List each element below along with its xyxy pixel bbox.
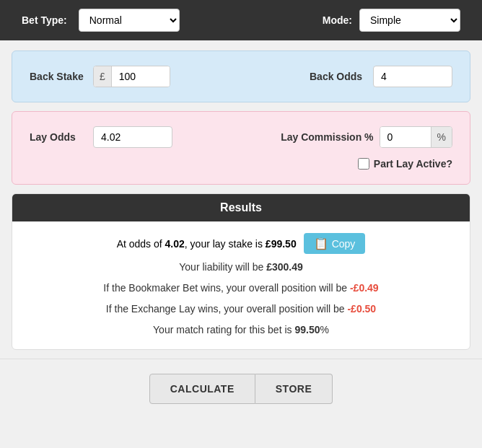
result-line1-text: At odds of 4.02, your lay stake is £99.5… xyxy=(117,238,297,250)
copy-button[interactable]: 📋 Copy xyxy=(304,233,366,254)
lay-commission-label: Lay Commission % xyxy=(281,131,373,143)
lay-odds-label: Lay Odds xyxy=(30,131,87,143)
part-lay-checkbox-label[interactable]: Part Lay Active? xyxy=(358,158,452,170)
bet-type-label: Bet Type: xyxy=(22,14,67,26)
mode-label: Mode: xyxy=(323,14,352,26)
result-stake: £99.50 xyxy=(266,238,297,250)
part-lay-label: Part Lay Active? xyxy=(374,158,452,170)
part-lay-checkbox[interactable] xyxy=(358,158,369,170)
back-odds-label: Back Odds xyxy=(310,71,367,82)
lay-odds-input[interactable] xyxy=(93,126,172,148)
bet-type-select[interactable]: Normal Each Way Forecast xyxy=(79,9,180,32)
back-section: Back Stake £ Back Odds xyxy=(12,50,470,102)
footer: CALCULATE STORE xyxy=(0,359,482,416)
results-section: Results At odds of 4.02, your lay stake … xyxy=(12,193,470,350)
result-line-5: Your match rating for this bet is 99.50% xyxy=(27,322,455,338)
lay-row-2: Part Lay Active? xyxy=(30,158,452,170)
back-stake-group: Back Stake £ xyxy=(30,66,170,87)
percent-symbol: % xyxy=(431,127,452,147)
mode-select[interactable]: Simple Advanced xyxy=(359,9,460,32)
result-line-1: At odds of 4.02, your lay stake is £99.5… xyxy=(27,233,455,254)
result-line5-prefix: Your match rating for this bet is xyxy=(153,324,294,335)
result-line2-prefix: Your liability will be xyxy=(179,261,266,273)
back-stake-label: Back Stake xyxy=(30,71,87,82)
back-stake-input-wrapper: £ xyxy=(93,66,170,87)
store-button[interactable]: STORE xyxy=(255,374,333,404)
results-body: At odds of 4.02, your lay stake is £99.5… xyxy=(12,221,470,349)
result-line4-prefix: If the Exchange Lay wins, your overall p… xyxy=(106,303,348,315)
back-odds-input[interactable] xyxy=(373,66,452,87)
result-match-rating: 99.50 xyxy=(294,324,320,335)
lay-section: Lay Odds Lay Commission % % Part Lay Act… xyxy=(12,111,470,185)
result-line-2: Your liability will be £300.49 xyxy=(27,260,455,275)
lay-commission-input-wrapper: % xyxy=(380,126,452,148)
result-line5-suffix: % xyxy=(320,324,328,335)
result-bookie-win: -£0.49 xyxy=(350,282,379,294)
result-line3-prefix: If the Bookmaker Bet wins, your overall … xyxy=(103,282,350,294)
result-line-4: If the Exchange Lay wins, your overall p… xyxy=(27,302,455,317)
lay-odds-group: Lay Odds xyxy=(30,126,172,148)
results-header: Results xyxy=(12,194,470,221)
mode-group: Mode: Simple Advanced xyxy=(323,9,460,32)
result-odds: 4.02 xyxy=(165,238,185,250)
back-stake-input[interactable] xyxy=(112,66,170,87)
results-title: Results xyxy=(220,201,262,214)
calculate-button[interactable]: CALCULATE xyxy=(149,374,255,404)
main-content: Back Stake £ Back Odds Lay Odds Lay Comm… xyxy=(0,40,482,350)
result-line-3: If the Bookmaker Bet wins, your overall … xyxy=(27,281,455,296)
copy-icon: 📋 xyxy=(314,237,328,250)
back-odds-group: Back Odds xyxy=(310,66,452,87)
currency-symbol: £ xyxy=(94,66,112,87)
result-liability: £300.49 xyxy=(266,261,303,273)
result-exchange-win: -£0.50 xyxy=(347,303,376,315)
copy-label: Copy xyxy=(332,238,356,250)
lay-commission-group: Lay Commission % % xyxy=(281,126,452,148)
lay-row-1: Lay Odds Lay Commission % % xyxy=(30,126,452,148)
header-bar: Bet Type: Normal Each Way Forecast Mode:… xyxy=(0,0,482,40)
lay-commission-input[interactable] xyxy=(380,127,431,147)
